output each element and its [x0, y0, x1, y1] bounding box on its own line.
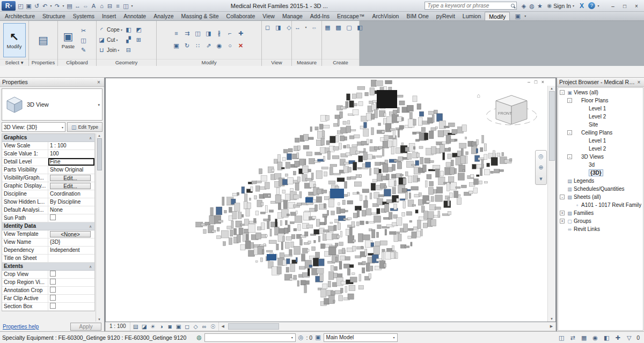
- exchange-apps-icon[interactable]: X: [580, 2, 584, 10]
- pin-icon[interactable]: ◉: [215, 40, 224, 49]
- property-value[interactable]: <None>: [50, 231, 91, 237]
- tree-item-label[interactable]: Level 1: [589, 106, 606, 111]
- tree-item[interactable]: ▤ Legends: [558, 177, 643, 185]
- zoom-icon[interactable]: ⊕: [538, 164, 543, 171]
- project-browser-header[interactable]: Project Browser - Medical Revi... ×: [557, 78, 644, 87]
- tree-item[interactable]: {3D}: [558, 169, 643, 177]
- row-view-name[interactable]: View Name {3D}: [2, 238, 94, 247]
- section-icon[interactable]: ⊟: [106, 2, 114, 10]
- property-value[interactable]: By Discipline: [48, 198, 94, 206]
- scale-icon[interactable]: ⇗: [204, 40, 213, 49]
- detail-level-icon[interactable]: ▤: [131, 323, 140, 331]
- row-parts-visibility[interactable]: Parts Visibility Show Original: [2, 166, 94, 174]
- section-identity-data[interactable]: Identity Data: [2, 222, 94, 230]
- scroll-left-icon[interactable]: ◀: [219, 324, 227, 329]
- unlocked-3d-view-icon[interactable]: ◇: [192, 323, 200, 331]
- section-extents[interactable]: Extents: [2, 263, 94, 271]
- sun-path-icon[interactable]: ☀: [149, 323, 157, 331]
- scrollbar-track[interactable]: [227, 322, 547, 331]
- property-value[interactable]: 1 : 100: [48, 142, 94, 150]
- scroll-up-icon[interactable]: ▲: [98, 134, 101, 137]
- tree-expander-icon[interactable]: +: [560, 219, 565, 223]
- mirror-pick-axis-icon[interactable]: ◫: [193, 28, 202, 36]
- aligned-dimension-icon[interactable]: ⇔: [82, 2, 90, 10]
- tab-archvision[interactable]: ArchVision: [368, 12, 402, 20]
- join-button[interactable]: ⊔ Join ▾: [98, 46, 122, 55]
- drawing-viewport[interactable]: –□× ⌂ FRONT ◎⊕▾ ▲ ▼: [105, 78, 556, 322]
- row-crop-view[interactable]: Crop View: [2, 271, 94, 279]
- worksets-icon[interactable]: ◍: [196, 334, 202, 341]
- row-scale-value[interactable]: Scale Value 1: 100: [2, 150, 94, 158]
- design-option-dropdown[interactable]: Main Model ▾: [324, 333, 398, 342]
- properties-help-link[interactable]: Properties help: [3, 324, 39, 330]
- tab-manage[interactable]: Manage: [279, 12, 306, 20]
- unpin-icon[interactable]: ○: [225, 40, 235, 49]
- tree-item[interactable]: Level 2: [558, 113, 643, 121]
- ribbon-options-button[interactable]: ▣ ▾: [514, 12, 529, 20]
- properties-header[interactable]: Properties ×: [0, 78, 104, 87]
- active-workset-dropdown[interactable]: ▾: [204, 333, 296, 342]
- tree-item[interactable]: ∞ Revit Links: [558, 225, 643, 233]
- scrollbar-thumb[interactable]: [228, 323, 279, 330]
- cope-button[interactable]: ◜ Cope ▾: [98, 25, 122, 35]
- row-default-analysis[interactable]: Default Analysi... None: [2, 206, 94, 214]
- tree-expander-icon[interactable]: -: [567, 98, 572, 103]
- tree-item[interactable]: - Ceiling Plans: [558, 129, 643, 137]
- communication-center-icon[interactable]: ◍: [528, 2, 536, 10]
- reveal-hidden-elements-icon[interactable]: ☉: [209, 323, 217, 331]
- tree-item-label[interactable]: Groups: [574, 218, 591, 224]
- panel-label-measure[interactable]: Measure: [292, 59, 321, 66]
- save-icon[interactable]: ▣: [25, 2, 33, 10]
- help-dropdown-icon[interactable]: ▾: [596, 2, 601, 10]
- paint-icon[interactable]: ◧: [124, 25, 133, 34]
- subscription-center-icon[interactable]: ◈: [520, 2, 528, 10]
- property-value[interactable]: [48, 295, 94, 302]
- filter-icon[interactable]: ▽: [625, 333, 633, 342]
- panel-label-create[interactable]: Create: [322, 59, 359, 66]
- row-far-clip-active[interactable]: Far Clip Active: [2, 295, 94, 303]
- view-scale-button[interactable]: 1 : 100: [106, 322, 130, 331]
- visual-style-icon[interactable]: ◪: [140, 323, 149, 331]
- scrollbar-thumb[interactable]: [549, 91, 555, 161]
- property-value[interactable]: Edit...: [50, 183, 91, 189]
- tab-view[interactable]: View: [259, 12, 279, 20]
- tree-item-label[interactable]: Level 2: [589, 146, 606, 152]
- cut-geometry-button[interactable]: ◪ Cut ▾: [98, 35, 122, 45]
- infocenter-search[interactable]: [425, 2, 517, 10]
- modify-tool-button[interactable]: ↖ Modify: [3, 23, 26, 57]
- tab-annotate[interactable]: Annotate: [120, 12, 150, 20]
- panel-label-properties[interactable]: Properties: [29, 59, 57, 66]
- tree-item-label[interactable]: Level 2: [589, 114, 606, 120]
- show-rendering-dialog-icon[interactable]: ◙: [166, 323, 174, 331]
- property-value[interactable]: [48, 279, 94, 286]
- view-close-button[interactable]: ×: [539, 79, 546, 85]
- paste-button[interactable]: ▣ Paste: [59, 23, 77, 57]
- tree-expander-icon[interactable]: +: [560, 211, 565, 215]
- customize-qat-icon[interactable]: ▾: [130, 2, 134, 10]
- select-by-face-icon[interactable]: ◧: [603, 333, 610, 342]
- row-view-template[interactable]: View Template <None>: [2, 230, 94, 238]
- temporary-hide-isolate-icon[interactable]: ∞: [200, 323, 209, 331]
- row-discipline[interactable]: Discipline Coordination: [2, 190, 94, 198]
- row-show-hidden-lines[interactable]: Show Hidden L... By Discipline: [2, 198, 94, 206]
- properties-scrollbar[interactable]: ▲ ▼: [96, 133, 103, 322]
- tree-item[interactable]: - ▧ Sheets (all): [558, 193, 643, 201]
- design-options-icon[interactable]: ▣: [315, 334, 320, 341]
- tab-collaborate[interactable]: Collaborate: [223, 12, 259, 20]
- tree-expander-icon[interactable]: -: [567, 154, 572, 159]
- view-instance-dropdown[interactable]: 3D View: {3D} ▾: [2, 122, 65, 132]
- tab-analyze[interactable]: Analyze: [150, 12, 177, 20]
- property-value[interactable]: [48, 303, 94, 310]
- crop-view-icon[interactable]: ▣: [174, 323, 183, 331]
- tree-item[interactable]: ▫ A101 - 1017 Revit Family: [558, 201, 643, 209]
- row-dependency[interactable]: Dependency Independent: [2, 247, 94, 255]
- panel-label-select[interactable]: Select ▾: [0, 59, 28, 66]
- tree-item-label[interactable]: {3D}: [589, 169, 603, 176]
- property-value[interactable]: 100: [48, 150, 94, 158]
- property-value[interactable]: Edit...: [50, 175, 91, 181]
- property-value[interactable]: Fine: [48, 158, 94, 166]
- property-value[interactable]: Independent: [48, 247, 94, 254]
- minimize-button[interactable]: –: [607, 2, 619, 10]
- undo-icon[interactable]: ↶: [41, 2, 49, 10]
- tree-expander-icon[interactable]: -: [560, 195, 565, 199]
